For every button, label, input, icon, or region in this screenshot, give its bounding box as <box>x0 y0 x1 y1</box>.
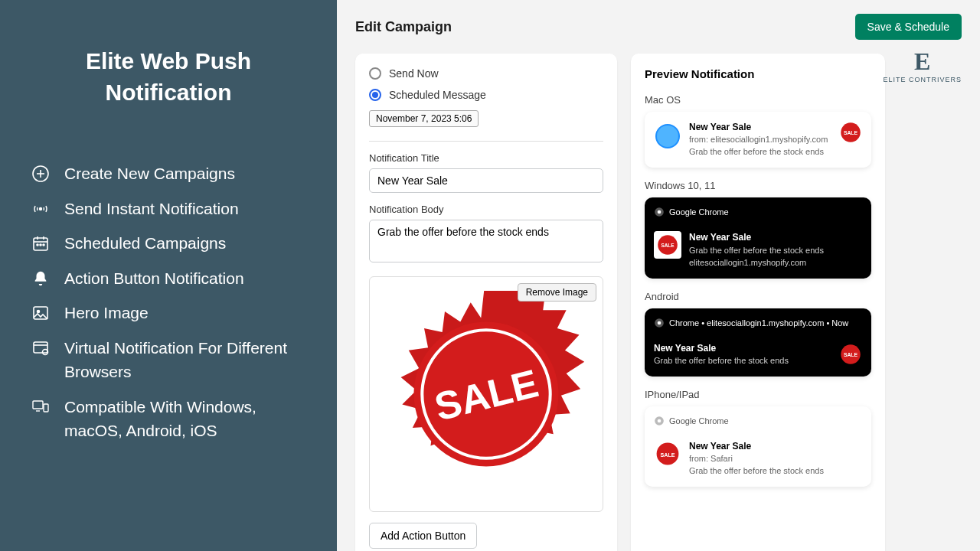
svg-point-8 <box>37 244 38 246</box>
hero-image-preview: SALE <box>376 283 596 505</box>
body-label: Notification Body <box>369 204 603 215</box>
feature-label: Action Button Notification <box>64 266 306 291</box>
plus-circle-icon <box>31 164 51 184</box>
iphone-app: Google Chrome <box>669 416 729 425</box>
remove-image-button[interactable]: Remove Image <box>518 283 596 302</box>
main-content: Edit Campaign Save & Schedule E ELITE CO… <box>337 0 980 551</box>
windows-app: Google Chrome <box>669 207 729 217</box>
svg-point-33 <box>658 321 662 324</box>
svg-point-12 <box>38 311 40 313</box>
devices-icon <box>31 397 51 417</box>
feature-item: Send Instant Notification <box>31 197 306 221</box>
browser-icon <box>31 338 51 358</box>
svg-text:SALE: SALE <box>844 352 858 357</box>
title-label: Notification Title <box>369 152 603 164</box>
page-title: Edit Campaign <box>355 19 452 35</box>
svg-rect-17 <box>44 404 48 412</box>
chrome-icon <box>654 416 665 426</box>
feature-label: Create New Campaigns <box>64 161 306 186</box>
sale-seal-icon: SALE <box>383 291 590 497</box>
feature-item: Action Button Notification <box>31 266 306 291</box>
feature-item: Compatible With Windows, macOS, Android,… <box>31 395 306 443</box>
feature-item: Create New Campaigns <box>31 161 306 186</box>
divider <box>369 141 603 142</box>
preview-heading: Preview Notification <box>645 67 871 80</box>
logo-initial: E <box>883 47 962 76</box>
svg-point-10 <box>43 244 44 246</box>
macos-preview: New Year Sale from: elitesociallogin1.my… <box>645 112 871 168</box>
svg-point-23 <box>657 126 678 147</box>
svg-point-37 <box>658 419 662 423</box>
windows-title: New Year Sale <box>689 231 862 244</box>
chrome-icon <box>654 207 665 217</box>
iphone-title: New Year Sale <box>689 440 862 453</box>
android-header: Chrome • elitesociallogin1.myshopify.com… <box>669 318 848 328</box>
sale-badge-icon: SALE <box>839 343 862 366</box>
promo-sidebar: Elite Web Push Notification Create New C… <box>0 0 337 551</box>
add-action-button[interactable]: Add Action Button <box>369 523 477 549</box>
preview-panel: Preview Notification Mac OS New Year Sal… <box>631 54 885 551</box>
scheduled-label: Scheduled Message <box>389 89 486 101</box>
windows-preview: Google Chrome SALE New Year Sale Grab th… <box>645 197 871 278</box>
calendar-icon <box>31 233 51 253</box>
svg-rect-13 <box>34 342 47 353</box>
send-now-radio[interactable]: Send Now <box>369 67 603 80</box>
sale-badge-icon: SALE <box>839 121 862 144</box>
chrome-icon <box>654 318 665 328</box>
hero-image-card: Remove Image SALE <box>369 276 603 512</box>
send-now-label: Send Now <box>389 67 439 80</box>
logo-name: ELITE CONTRIVERS <box>883 76 962 83</box>
broadcast-icon <box>31 199 51 219</box>
campaign-form-panel: Send Now Scheduled Message November 7, 2… <box>355 54 617 551</box>
iphone-label: IPhone/IPad <box>645 389 871 400</box>
schedule-date-input[interactable]: November 7, 2023 5:06 <box>369 110 479 127</box>
feature-label: Hero Image <box>64 301 306 325</box>
macos-from: from: elitesociallogin1.myshopify.com <box>689 134 831 146</box>
feature-label: Send Instant Notification <box>64 197 306 221</box>
brand-logo: E ELITE CONTRIVERS <box>883 47 962 83</box>
feature-label: Virtual Notification For Different Brows… <box>64 336 306 384</box>
safari-icon <box>654 122 681 150</box>
feature-item: Scheduled Campaigns <box>31 231 306 256</box>
scheduled-radio[interactable]: Scheduled Message <box>369 89 603 101</box>
svg-text:SALE: SALE <box>844 130 858 135</box>
sale-badge-icon: SALE <box>654 440 681 468</box>
feature-label: Compatible With Windows, macOS, Android,… <box>64 395 306 443</box>
image-icon <box>31 303 51 323</box>
feature-item: Virtual Notification For Different Brows… <box>31 336 306 384</box>
svg-text:SALE: SALE <box>660 451 675 458</box>
notification-body-input[interactable]: Grab the offer before the stock ends <box>369 220 603 262</box>
radio-selected-icon <box>369 89 381 101</box>
iphone-body: Grab the offer before the stock ends <box>689 465 862 478</box>
save-schedule-button[interactable]: Save & Schedule <box>855 14 962 40</box>
feature-item: Hero Image <box>31 301 306 325</box>
android-body: Grab the offer before the stock ends <box>654 355 831 367</box>
feature-label: Scheduled Campaigns <box>64 231 306 256</box>
svg-point-29 <box>658 210 662 214</box>
iphone-preview: Google Chrome SALE New Year Sale from: S… <box>645 406 871 487</box>
radio-icon <box>369 67 381 80</box>
iphone-from: from: Safari <box>689 453 862 465</box>
windows-domain: elitesociallogin1.myshopify.com <box>689 257 862 269</box>
page-header: Edit Campaign Save & Schedule <box>355 14 962 40</box>
notification-title-input[interactable] <box>369 168 603 193</box>
sidebar-title: Elite Web Push Notification <box>31 46 306 108</box>
sale-badge-icon: SALE <box>654 231 681 259</box>
macos-title: New Year Sale <box>689 121 831 134</box>
windows-body: Grab the offer before the stock ends <box>689 245 862 257</box>
svg-text:SALE: SALE <box>661 243 675 248</box>
bell-icon <box>31 269 51 289</box>
windows-label: Windows 10, 11 <box>645 180 871 191</box>
svg-point-9 <box>40 244 41 246</box>
android-preview: Chrome • elitesociallogin1.myshopify.com… <box>645 308 871 377</box>
svg-point-3 <box>40 207 42 210</box>
android-label: Android <box>645 291 871 302</box>
android-title: New Year Sale <box>654 342 831 355</box>
macos-label: Mac OS <box>645 94 871 106</box>
svg-rect-16 <box>33 401 43 409</box>
macos-body: Grab the offer before the stock ends <box>689 146 831 158</box>
feature-list: Create New Campaigns Send Instant Notifi… <box>31 161 306 443</box>
